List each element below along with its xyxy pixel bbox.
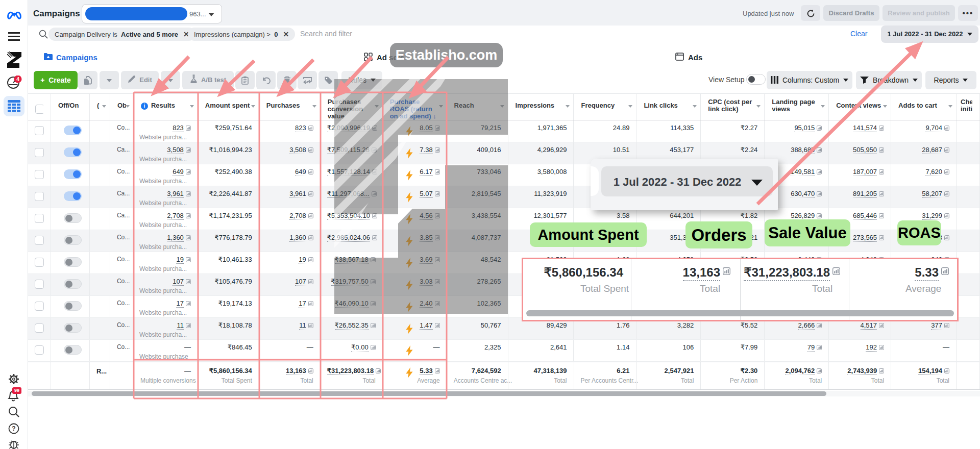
svg-text:?: ? <box>12 425 15 432</box>
svg-text:4: 4 <box>16 77 19 82</box>
